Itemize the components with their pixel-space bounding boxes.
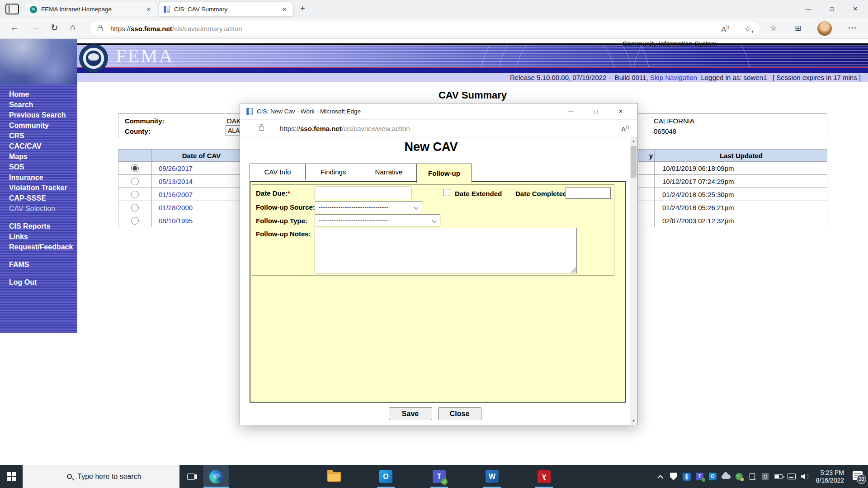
sidebar-item-search[interactable]: Search xyxy=(9,99,77,110)
favorites-icon[interactable]: ☆ xyxy=(770,23,777,33)
sharepoint-favicon-icon xyxy=(30,6,37,13)
followup-source-select[interactable]: -------------------------------- xyxy=(315,201,422,213)
cav-date-link[interactable]: 01/28/2000 xyxy=(152,201,251,214)
sidebar-item-home[interactable]: Home xyxy=(9,89,77,99)
dialog-tab-cav-info[interactable]: CAV Info xyxy=(250,164,305,180)
read-aloud-icon[interactable]: A)) xyxy=(722,25,730,33)
cav-row-radio[interactable] xyxy=(131,164,139,172)
sidebar-item-sos[interactable]: SOS xyxy=(9,162,77,172)
followup-type-select[interactable]: -------------------------------- xyxy=(315,214,440,226)
sidebar-item-log-out[interactable]: Log Out xyxy=(9,277,77,287)
save-button[interactable]: Save xyxy=(389,407,432,420)
tray-media-app-icon[interactable] xyxy=(761,472,770,482)
cav-date-link[interactable]: 01/16/2007 xyxy=(152,188,251,201)
home-icon[interactable]: ⌂ xyxy=(70,22,75,33)
followup-notes-textarea[interactable] xyxy=(315,228,577,273)
cav-date-link[interactable]: 09/26/2017 xyxy=(152,162,251,174)
dialog-scrollbar[interactable]: ▲ ▼ xyxy=(630,137,637,425)
taskbar-teams-button[interactable]: T✓ xyxy=(427,465,452,488)
logged-in-text: Logged in as: sowen1 xyxy=(701,74,767,81)
tab-cis-cav-summary[interactable]: CIS: CAV Summary ✕ xyxy=(159,2,293,16)
new-tab-button[interactable]: + xyxy=(300,4,305,14)
add-favorite-icon[interactable]: ☆ xyxy=(744,25,751,33)
vertical-tabs-icon[interactable] xyxy=(5,4,19,14)
date-due-input[interactable] xyxy=(315,187,411,199)
sidebar-item-cav-selection: CAV Selection xyxy=(9,203,77,214)
start-button[interactable] xyxy=(0,465,23,488)
cav-date-link[interactable]: 08/10/1995 xyxy=(152,214,251,227)
tray-bluetooth-icon[interactable] xyxy=(682,472,691,482)
read-aloud-icon[interactable]: A)) xyxy=(621,125,629,133)
tray-vpn-globe-icon[interactable] xyxy=(735,472,744,482)
sidebar-item-previous-search[interactable]: Previous Search xyxy=(9,110,77,120)
last-updated-cell: 10/12/2017 07:24:29pm xyxy=(655,175,828,188)
refresh-icon[interactable]: ↻ xyxy=(51,22,58,33)
tray-usb-icon[interactable] xyxy=(748,472,757,482)
taskbar-search[interactable]: Type here to search xyxy=(23,465,179,488)
window-close-button[interactable]: ✕ xyxy=(845,2,866,15)
taskbar-word-button[interactable]: W xyxy=(480,465,505,488)
cav-row-radio[interactable] xyxy=(131,191,139,198)
url-text[interactable]: https://sso.fema.net/cis/cavsummary.acti… xyxy=(110,25,242,33)
dialog-tab-narrative[interactable]: Narrative xyxy=(361,164,416,180)
date-completed-input[interactable] xyxy=(566,187,611,199)
tray-teams-icon[interactable]: T xyxy=(695,472,704,482)
dialog-minimize-button[interactable]: — xyxy=(561,103,581,119)
window-maximize-button[interactable]: □ xyxy=(821,2,842,15)
sidebar-item-community[interactable]: Community xyxy=(9,120,77,131)
collections-icon[interactable]: ⊞ xyxy=(795,23,801,33)
tray-volume-icon[interactable] xyxy=(800,472,809,482)
tab-fema-intranet[interactable]: FEMA Intranet Homepage ✕ xyxy=(25,2,157,16)
tray-onedrive-icon[interactable] xyxy=(722,472,731,482)
close-button[interactable]: Close xyxy=(438,407,481,420)
cav-row-radio[interactable] xyxy=(131,178,139,185)
sidebar-item-links[interactable]: Links xyxy=(9,231,77,242)
tab-close-icon[interactable]: ✕ xyxy=(280,6,288,13)
sidebar-item-cac-cav[interactable]: CAC/CAV xyxy=(9,141,77,151)
sidebar-item-maps[interactable]: Maps xyxy=(9,151,77,162)
cav-date-link[interactable]: 05/13/2014 xyxy=(152,175,251,188)
forward-icon[interactable]: → xyxy=(31,22,40,33)
scrollbar-thumb[interactable] xyxy=(631,146,637,178)
taskbar-acrobat-button[interactable]: λ xyxy=(532,465,557,488)
notification-center-button[interactable]: 33 xyxy=(853,471,864,482)
address-bar[interactable]: https://sso.fema.net/cis/cavsummary.acti… xyxy=(89,21,760,36)
scroll-up-icon[interactable]: ▲ xyxy=(630,137,637,145)
sidebar-item-cap-ssse[interactable]: CAP-SSSE xyxy=(9,193,77,203)
tray-security-shield-icon[interactable] xyxy=(669,472,678,482)
settings-more-icon[interactable]: ··· xyxy=(848,23,857,33)
cav-row-radio[interactable] xyxy=(131,217,139,225)
back-icon[interactable]: ← xyxy=(10,22,19,33)
dialog-url-text[interactable]: https://sso.fema.net/cis/cavnewview.acti… xyxy=(280,125,410,132)
dialog-tab-follow-up[interactable]: Follow-up xyxy=(416,164,472,183)
taskbar-clock[interactable]: 5:23 PM 8/16/2022 xyxy=(813,469,847,484)
tray-outlook-icon[interactable]: O xyxy=(708,472,717,482)
task-view-button[interactable] xyxy=(181,465,201,488)
community-label: Community: xyxy=(125,117,165,125)
dialog-maximize-button[interactable]: □ xyxy=(585,103,606,119)
sidebar-item-violation-tracker[interactable]: Violation Tracker xyxy=(9,183,77,193)
dialog-tab-findings[interactable]: Findings xyxy=(305,164,361,180)
date-extended-checkbox[interactable] xyxy=(443,189,450,196)
dialog-titlebar[interactable]: CIS: New Cav - Work - Microsoft Edge — □… xyxy=(240,103,637,119)
sidebar-item-crs[interactable]: CRS xyxy=(9,131,77,141)
taskbar-file-explorer-button[interactable] xyxy=(321,465,346,488)
taskbar-edge-button[interactable] xyxy=(203,465,229,488)
tray-chevron-up-icon[interactable] xyxy=(656,472,665,482)
skip-navigation-link[interactable]: Skip Navigation xyxy=(650,74,697,81)
sidebar-item-insurance[interactable]: Insurance xyxy=(9,172,77,183)
profile-avatar[interactable] xyxy=(817,21,832,36)
cav-row-radio[interactable] xyxy=(131,204,139,211)
tab-close-icon[interactable]: ✕ xyxy=(145,6,153,13)
window-minimize-button[interactable]: — xyxy=(798,2,819,15)
windows-logo-icon xyxy=(7,472,16,481)
tray-battery-icon[interactable] xyxy=(774,472,783,482)
tray-network-icon[interactable] xyxy=(787,472,796,482)
taskbar-outlook-button[interactable]: O xyxy=(373,465,398,488)
sidebar-item-fams[interactable]: FAMS xyxy=(9,259,77,270)
sidebar-photo xyxy=(0,39,77,84)
sidebar-item-cis-reports[interactable]: CIS Reports xyxy=(9,221,77,231)
sidebar-item-request-feedback[interactable]: Request/Feedback xyxy=(9,242,77,252)
dialog-close-button[interactable]: ✕ xyxy=(610,103,631,119)
scroll-down-icon[interactable]: ▼ xyxy=(630,417,637,425)
